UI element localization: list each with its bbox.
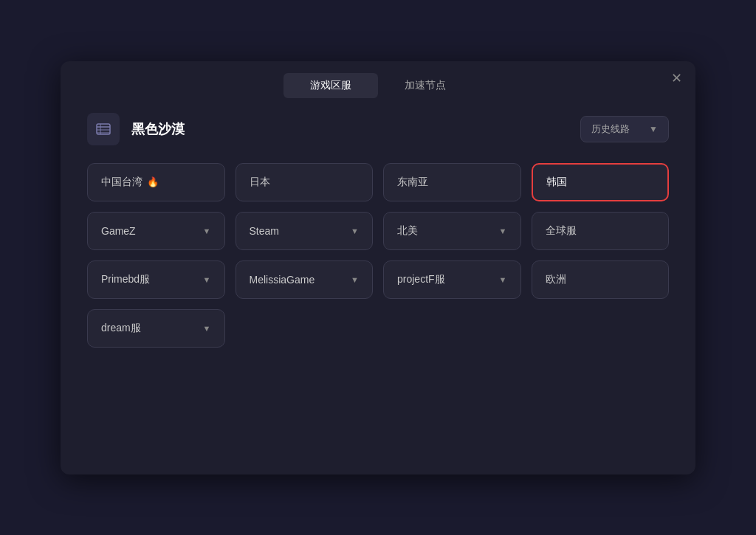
region-label-taiwan: 中国台湾🔥 [101, 176, 159, 189]
tab-accelerate-node[interactable]: 加速节点 [378, 73, 472, 98]
history-route-label: 历史线路 [591, 122, 630, 136]
region-label-dream: dream服 [101, 322, 141, 335]
fire-icon: 🔥 [147, 176, 159, 187]
chevron-down-icon: ▼ [203, 324, 211, 333]
chevron-down-icon: ▼ [649, 124, 658, 134]
region-btn-global[interactable]: 全球服 [532, 212, 670, 250]
region-btn-steam[interactable]: Steam▼ [236, 212, 374, 250]
chevron-down-icon: ▼ [499, 227, 507, 235]
chevron-down-icon: ▼ [499, 275, 507, 284]
region-label-primebd: Primebd服 [101, 273, 150, 286]
region-btn-europe[interactable]: 欧洲 [532, 260, 670, 299]
header-row: 黑色沙漠 历史线路 ▼ [61, 113, 695, 163]
history-route-dropdown[interactable]: 历史线路 ▼ [580, 116, 669, 142]
region-btn-japan[interactable]: 日本 [236, 163, 374, 201]
region-btn-southeast-asia[interactable]: 东南亚 [383, 163, 521, 201]
chevron-down-icon: ▼ [351, 227, 359, 235]
region-btn-gamez[interactable]: GameZ▼ [87, 212, 225, 250]
region-label-steam: Steam [250, 225, 279, 237]
regions-grid: 中国台湾🔥日本东南亚韩国GameZ▼Steam▼北美▼全球服Primebd服▼M… [61, 163, 695, 348]
region-label-europe: 欧洲 [546, 273, 566, 286]
region-label-projectf: projectF服 [397, 273, 445, 286]
region-label-global: 全球服 [546, 224, 577, 238]
chevron-down-icon: ▼ [351, 275, 359, 284]
region-label-japan: 日本 [250, 176, 270, 189]
region-btn-projectf[interactable]: projectF服▼ [383, 260, 521, 299]
region-btn-primebd[interactable]: Primebd服▼ [87, 260, 225, 299]
main-dialog: ✕ 游戏区服 加速节点 黑色沙漠 历史线路 ▼ 中国台湾🔥日本东南亚韩国Game… [61, 61, 695, 474]
region-label-gamez: GameZ [101, 225, 136, 237]
region-label-southeast-asia: 东南亚 [397, 176, 428, 189]
region-label-north-america: 北美 [397, 224, 418, 238]
tab-bar: 游戏区服 加速节点 [61, 61, 695, 113]
region-btn-north-america[interactable]: 北美▼ [383, 212, 521, 250]
region-btn-melissia[interactable]: MelissiaGame▼ [236, 260, 374, 299]
tab-game-region[interactable]: 游戏区服 [284, 73, 378, 98]
region-label-korea: 韩国 [546, 176, 567, 189]
region-btn-taiwan[interactable]: 中国台湾🔥 [87, 163, 225, 201]
close-button[interactable]: ✕ [671, 72, 682, 85]
chevron-down-icon: ▼ [203, 227, 211, 235]
region-btn-korea[interactable]: 韩国 [532, 163, 670, 201]
region-btn-dream[interactable]: dream服▼ [87, 309, 225, 348]
game-icon [87, 113, 120, 145]
region-label-melissia: MelissiaGame [250, 274, 315, 286]
chevron-down-icon: ▼ [203, 275, 211, 284]
game-title: 黑色沙漠 [131, 120, 568, 138]
